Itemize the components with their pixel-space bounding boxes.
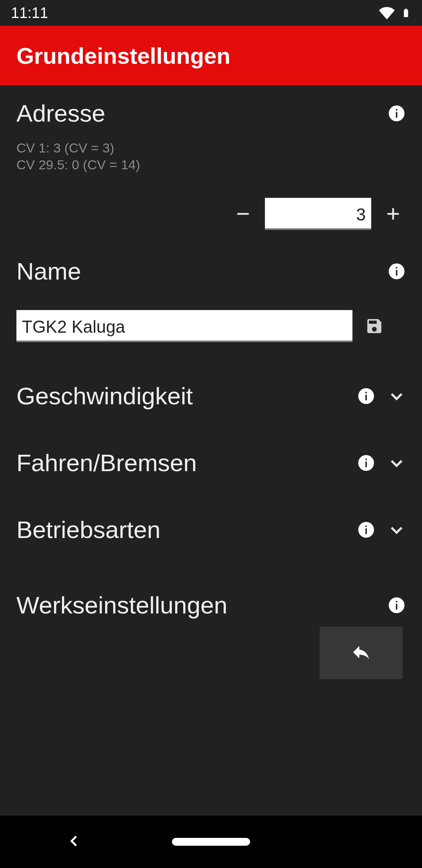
nav-home-pill[interactable]: [172, 838, 250, 846]
expand-row-betriebsarten[interactable]: Betriebsarten: [16, 496, 406, 563]
app-bar: Grundeinstellungen: [0, 26, 422, 85]
svg-rect-19: [396, 604, 397, 610]
adresse-title: Adresse: [16, 99, 105, 127]
svg-rect-8: [396, 267, 397, 269]
svg-rect-1: [396, 112, 397, 118]
adresse-input[interactable]: [265, 198, 371, 230]
info-icon[interactable]: [357, 454, 375, 472]
info-icon[interactable]: [388, 262, 406, 280]
reply-icon: [350, 642, 372, 664]
adresse-stepper: [16, 198, 406, 230]
factory-reset-button[interactable]: [320, 627, 402, 679]
section-name: Name: [16, 257, 406, 342]
battery-icon: [401, 4, 411, 22]
svg-rect-2: [396, 109, 397, 111]
info-icon[interactable]: [357, 387, 375, 405]
save-icon[interactable]: [362, 314, 387, 339]
expand-title: Fahren/Bremsen: [16, 449, 345, 477]
decrement-button[interactable]: [231, 201, 256, 226]
svg-rect-13: [365, 461, 367, 467]
svg-rect-16: [365, 528, 367, 534]
screen: 11:11 Grundeinstellungen Adresse CV 1: 3…: [0, 0, 422, 868]
chevron-down-icon[interactable]: [388, 454, 406, 472]
info-icon[interactable]: [388, 596, 406, 614]
svg-rect-11: [365, 392, 367, 393]
wifi-icon: [378, 5, 395, 21]
werks-header-row: Werkseinstellungen: [16, 591, 406, 619]
name-title: Name: [16, 257, 81, 285]
expand-row-fahren-bremsen[interactable]: Fahren/Bremsen: [16, 429, 406, 496]
info-icon[interactable]: [388, 104, 406, 122]
svg-rect-10: [365, 395, 367, 400]
name-input[interactable]: [16, 310, 352, 342]
section-werkseinstellungen: Werkseinstellungen: [16, 591, 406, 679]
status-right: [378, 4, 411, 22]
chevron-down-icon[interactable]: [388, 387, 406, 405]
adresse-cv-info: CV 1: 3 (CV = 3) CV 29.5: 0 (CV = 14): [16, 140, 406, 173]
expand-row-geschwindigkeit[interactable]: Geschwindigkeit: [16, 362, 406, 429]
content[interactable]: Adresse CV 1: 3 (CV = 3) CV 29.5: 0 (CV …: [0, 85, 422, 816]
nav-spacer: [340, 834, 356, 850]
status-time: 11:11: [11, 5, 48, 22]
svg-rect-20: [396, 601, 397, 603]
svg-rect-14: [365, 459, 367, 460]
page-title: Grundeinstellungen: [16, 43, 231, 69]
svg-rect-17: [365, 525, 367, 527]
werks-title: Werkseinstellungen: [16, 591, 227, 619]
name-header-row: Name: [16, 257, 406, 285]
system-nav-bar: [0, 816, 422, 868]
svg-rect-7: [396, 270, 397, 276]
name-input-row: [16, 310, 406, 342]
nav-back-button[interactable]: [66, 833, 82, 850]
expand-title: Geschwindigkeit: [16, 382, 345, 410]
expand-title: Betriebsarten: [16, 516, 345, 543]
adresse-header-row: Adresse: [16, 99, 406, 127]
info-icon[interactable]: [357, 521, 375, 539]
status-bar: 11:11: [0, 0, 422, 26]
section-adresse: Adresse CV 1: 3 (CV = 3) CV 29.5: 0 (CV …: [16, 99, 406, 230]
chevron-down-icon[interactable]: [388, 521, 406, 539]
increment-button[interactable]: [381, 201, 406, 226]
